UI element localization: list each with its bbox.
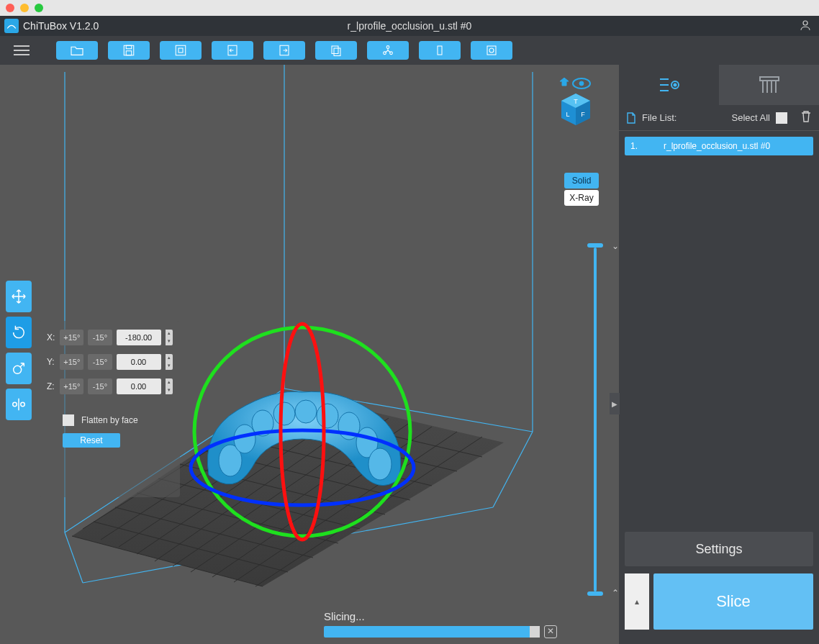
maximize-window-icon[interactable] [35, 4, 43, 12]
select-all-label: Select All [732, 112, 770, 123]
machine-select-button[interactable]: ▴ [625, 573, 649, 630]
delete-file-button[interactable] [800, 110, 812, 125]
svg-rect-74 [760, 77, 779, 81]
close-window-icon[interactable] [6, 4, 14, 12]
view-mode-solid[interactable]: Solid [564, 173, 599, 189]
svg-point-62 [579, 81, 584, 86]
right-panel: ▶ File List: Select All 1. r_lprofile_oc… [619, 65, 819, 644]
slider-collapse-top-icon[interactable]: ⌄ [612, 241, 619, 251]
layer-slider[interactable]: ⌄ ⌃ [587, 243, 603, 596]
rotate-x-label: X: [47, 332, 55, 343]
import-button[interactable] [212, 41, 253, 60]
svg-text:T: T [574, 98, 578, 105]
svg-point-56 [191, 430, 414, 505]
orientation-widget[interactable]: T L F [554, 78, 597, 128]
panel-collapse-button[interactable]: ▶ [610, 393, 620, 414]
svg-point-60 [21, 402, 25, 407]
svg-point-59 [13, 402, 17, 407]
svg-rect-8 [332, 46, 338, 54]
tab-settings-list[interactable] [619, 65, 719, 105]
rotate-x-stepper[interactable]: ▲▼ [166, 330, 173, 345]
export-button[interactable] [263, 41, 305, 60]
slice-button[interactable]: Slice [653, 573, 813, 630]
transform-tool-strip [6, 281, 32, 420]
svg-rect-15 [487, 46, 496, 55]
rotate-y-minus[interactable]: -15° [88, 354, 112, 370]
rotate-tool[interactable] [6, 317, 32, 348]
account-icon[interactable] [799, 19, 812, 34]
rotate-y-plus[interactable]: +15° [60, 354, 83, 370]
svg-rect-2 [126, 45, 132, 49]
svg-text:F: F [581, 111, 585, 118]
document-title: r_lprofile_occlusion_u.stl #0 [348, 20, 472, 32]
slider-collapse-bottom-icon[interactable]: ⌃ [612, 588, 619, 598]
svg-rect-1 [124, 45, 134, 55]
svg-point-10 [386, 46, 389, 49]
menu-button[interactable] [6, 40, 37, 61]
svg-point-16 [489, 48, 494, 53]
flatten-by-face-checkbox[interactable] [63, 414, 74, 426]
tab-supports[interactable] [719, 65, 819, 105]
svg-rect-9 [334, 48, 340, 56]
settings-button[interactable]: Settings [625, 532, 813, 566]
view-mode-xray[interactable]: X-Ray [564, 190, 599, 206]
rotate-z-plus[interactable]: +15° [60, 378, 83, 394]
rotate-x-plus[interactable]: +15° [60, 330, 83, 345]
scale-tool[interactable] [6, 353, 32, 384]
copy-button[interactable] [315, 41, 357, 60]
rotate-x-minus[interactable]: -15° [88, 330, 112, 345]
dig-hole-button[interactable] [471, 41, 512, 60]
svg-point-73 [674, 84, 676, 86]
mirror-tool[interactable] [6, 389, 32, 420]
rotate-reset-button[interactable]: Reset [63, 433, 120, 448]
viewport-3d[interactable]: X: +15° -15° ▲▼ Y: +15° -15° ▲▼ Z: +15° … [0, 65, 619, 644]
rotate-z-minus[interactable]: -15° [88, 378, 112, 394]
move-tool[interactable] [6, 281, 32, 312]
svg-rect-5 [178, 48, 183, 53]
app-title: ChiTuBox V1.2.0 [23, 20, 99, 32]
rotate-z-input[interactable] [117, 378, 161, 394]
file-item-name: r_lprofile_occlusion_u.stl #0 [664, 141, 770, 151]
view-mode-toggle: Solid X-Ray [564, 173, 599, 206]
screenshot-button[interactable] [160, 41, 202, 60]
window-chrome [0, 0, 819, 16]
svg-rect-4 [176, 45, 186, 55]
rotate-panel: X: +15° -15° ▲▼ Y: +15° -15° ▲▼ Z: +15° … [40, 321, 180, 497]
rotate-y-input[interactable] [117, 354, 161, 370]
svg-rect-14 [439, 47, 441, 50]
file-list-icon [626, 112, 636, 124]
svg-text:L: L [566, 111, 569, 118]
slicing-cancel-button[interactable]: ✕ [544, 625, 557, 638]
save-button[interactable] [108, 41, 150, 60]
minimize-window-icon[interactable] [20, 4, 29, 12]
autolayout-button[interactable] [367, 41, 409, 60]
select-all-checkbox[interactable] [776, 112, 787, 124]
slicing-status-label: Slicing... [324, 610, 365, 622]
main-toolbar [0, 36, 819, 65]
title-bar: ChiTuBox V1.2.0 r_lprofile_occlusion_u.s… [0, 16, 819, 36]
svg-rect-3 [126, 51, 132, 55]
rotate-z-stepper[interactable]: ▲▼ [166, 378, 173, 394]
hollow-button[interactable] [419, 41, 461, 60]
svg-point-0 [803, 21, 807, 25]
rotate-x-input[interactable] [117, 330, 161, 345]
rotation-gizmo[interactable] [184, 288, 421, 576]
file-list-header: File List: [642, 112, 677, 123]
slicing-progress-bar [324, 626, 540, 638]
file-list-item[interactable]: 1. r_lprofile_occlusion_u.stl #0 [625, 137, 813, 155]
rotate-y-stepper[interactable]: ▲▼ [166, 354, 173, 370]
rotate-y-label: Y: [47, 357, 55, 367]
app-logo-icon [4, 19, 19, 33]
flatten-by-face-label: Flatten by face [81, 415, 138, 425]
rotate-z-label: Z: [47, 381, 55, 391]
file-item-index: 1. [630, 141, 638, 151]
slicing-progress: ✕ [324, 625, 557, 638]
open-button[interactable] [56, 41, 98, 60]
